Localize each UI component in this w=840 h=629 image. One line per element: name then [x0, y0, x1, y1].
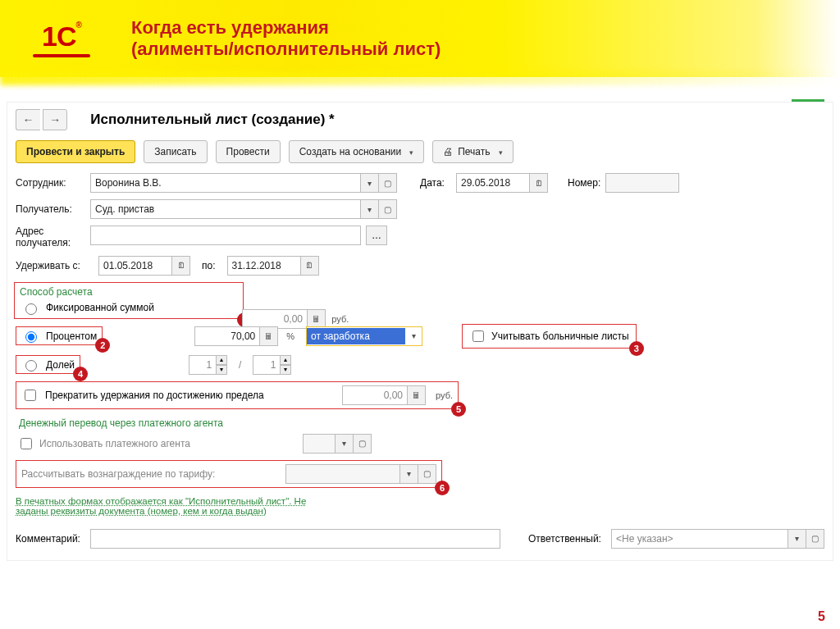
recipient-open-button[interactable]: ▢	[379, 199, 397, 219]
app-window: ← → Исполнительный лист (создание) * Про…	[7, 102, 833, 561]
toolbar: Провести и закрыть Записать Провести Соз…	[7, 134, 833, 170]
share-denominator-field[interactable]	[253, 355, 281, 375]
comment-field[interactable]	[90, 529, 500, 549]
recipient-label: Получатель:	[16, 203, 85, 215]
calc-section-title: Способ расчета	[16, 286, 241, 298]
annotation-badge-5: 5	[451, 402, 466, 417]
nav-forward-button[interactable]: →	[43, 109, 67, 130]
annotation-badge-2: 2	[95, 338, 110, 353]
calc-percent-radio[interactable]	[25, 331, 37, 343]
employee-open-button[interactable]: ▢	[379, 173, 397, 193]
responsible-field[interactable]	[611, 529, 788, 549]
percent-calc-button[interactable]	[260, 326, 278, 346]
hold-to-calendar-button[interactable]: 🗓	[301, 256, 319, 276]
agent-select	[303, 434, 336, 454]
share-num-down[interactable]: ▾	[216, 365, 227, 375]
number-field[interactable]	[605, 173, 679, 193]
comment-label: Комментарий:	[16, 533, 80, 545]
annotation-badge-6: 6	[435, 481, 450, 495]
use-agent-label: Использовать платежного агента	[39, 438, 190, 449]
post-button[interactable]: Провести	[216, 140, 281, 163]
responsible-drop[interactable]: ▾	[788, 529, 806, 549]
tariff-field	[285, 464, 400, 484]
agent-select-open: ▢	[354, 434, 372, 454]
calc-fixed-radio[interactable]	[25, 303, 37, 315]
print-form-note-link[interactable]: В печатных формах отображается как "Испо…	[7, 491, 314, 521]
calc-share-radio[interactable]	[25, 360, 37, 371]
tariff-open: ▢	[418, 464, 436, 484]
print-button[interactable]: Печать	[432, 140, 513, 163]
address-label: Адресполучателя:	[16, 226, 85, 249]
percent-unit: %	[286, 331, 294, 341]
calc-fixed-label: Фиксированной суммой	[46, 302, 154, 313]
hold-from-field[interactable]	[98, 256, 172, 276]
calculator-icon	[264, 331, 273, 341]
recipient-field[interactable]	[90, 199, 361, 219]
hold-to-field[interactable]	[227, 256, 301, 276]
recipient-dropdown-button[interactable]: ▾	[361, 199, 379, 219]
share-num-up[interactable]: ▴	[216, 355, 227, 365]
nav-arrows: ← →	[16, 109, 67, 130]
limit-unit: руб.	[436, 390, 453, 400]
banner-title: Когда есть удержания (алименты/исполните…	[131, 17, 441, 61]
percent-base-value[interactable]	[307, 328, 405, 344]
percent-value-field[interactable]	[194, 326, 260, 346]
responsible-open[interactable]: ▢	[806, 529, 824, 549]
tariff-label: Рассчитывать вознаграждение по тарифу:	[21, 468, 215, 480]
hold-from-calendar-button[interactable]: 🗓	[172, 256, 190, 276]
agent-select-drop: ▾	[336, 434, 354, 454]
stop-at-limit-checkbox[interactable]	[25, 390, 36, 401]
create-based-on-button[interactable]: Создать на основании	[289, 140, 425, 163]
employee-dropdown-button[interactable]: ▾	[361, 173, 379, 193]
accent-line	[792, 99, 824, 102]
date-field[interactable]	[456, 173, 530, 193]
page-title: Исполнительный лист (создание) *	[90, 112, 334, 128]
address-field[interactable]	[90, 226, 361, 245]
sick-leave-checkbox[interactable]	[472, 330, 484, 342]
calculator-icon	[412, 390, 421, 400]
nav-back-button[interactable]: ←	[16, 109, 40, 130]
limit-value-field[interactable]	[342, 385, 408, 405]
post-and-close-button[interactable]: Провести и закрыть	[16, 140, 135, 163]
share-den-down[interactable]: ▾	[280, 365, 291, 375]
agent-section-title: Денежный перевод через платежного агента	[16, 417, 824, 429]
hold-from-label: Удерживать с:	[16, 260, 94, 271]
save-button[interactable]: Записать	[144, 140, 207, 163]
logo-1c: 1С®	[25, 14, 98, 63]
tariff-drop: ▾	[400, 464, 418, 484]
responsible-label: Ответственный:	[528, 533, 601, 545]
date-picker-button[interactable]: 🗓	[530, 173, 548, 193]
number-label: Номер:	[568, 177, 600, 189]
date-label: Дата:	[420, 177, 451, 189]
calc-percent-label: Процентом	[46, 330, 97, 342]
share-numerator-field[interactable]	[189, 355, 217, 375]
use-agent-checkbox[interactable]	[21, 438, 32, 449]
chevron-down-icon: ▾	[405, 331, 422, 340]
calc-share-label: Долей	[46, 359, 75, 371]
sick-leave-label: Учитывать больничные листы	[491, 330, 629, 342]
stop-at-limit-label: Прекратить удержания по достижению преде…	[45, 390, 264, 401]
slide-number: 5	[818, 609, 825, 624]
percent-base-select[interactable]: ▾	[306, 326, 422, 346]
hold-to-label: по:	[202, 260, 216, 271]
share-den-up[interactable]: ▴	[280, 355, 291, 365]
printer-icon	[443, 146, 453, 157]
limit-calc-button[interactable]	[408, 385, 426, 405]
slide-banner: 1С® Когда есть удержания (алименты/испол…	[0, 0, 840, 77]
employee-field[interactable]	[90, 173, 361, 193]
address-details-button[interactable]: …	[366, 226, 387, 245]
calendar-icon: 🗓	[535, 179, 543, 188]
employee-label: Сотрудник:	[16, 177, 85, 189]
